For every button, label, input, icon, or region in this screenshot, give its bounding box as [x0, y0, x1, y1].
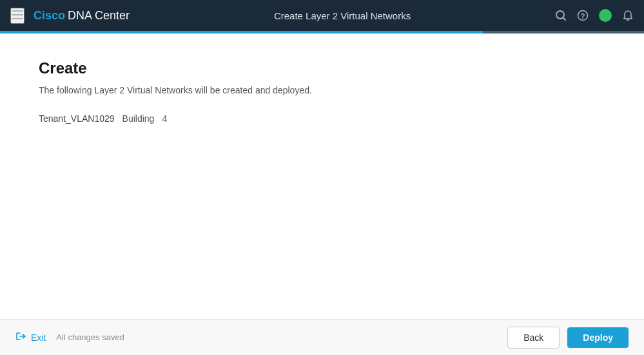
footer-right: Back Deploy: [507, 327, 629, 349]
network-location: Building: [122, 113, 155, 124]
svg-rect-0: [12, 10, 23, 12]
svg-rect-1: [12, 14, 23, 15]
help-button[interactable]: ?: [577, 10, 589, 21]
brand-dna: DNA Center: [68, 9, 130, 23]
autosave-status: All changes saved: [56, 332, 124, 342]
exit-icon: [15, 331, 27, 344]
exit-label: Exit: [31, 332, 46, 343]
search-button[interactable]: [555, 10, 567, 21]
exit-button[interactable]: Exit: [15, 331, 46, 344]
page-subtitle: The following Layer 2 Virtual Networks w…: [39, 85, 605, 95]
footer-left: Exit All changes saved: [15, 331, 124, 344]
svg-text:?: ?: [581, 12, 585, 20]
brand: Cisco DNA Center: [34, 9, 130, 23]
brand-cisco: Cisco: [34, 9, 65, 23]
navbar: Cisco DNA Center Create Layer 2 Virtual …: [0, 0, 644, 31]
status-indicator: [599, 9, 612, 22]
footer: Exit All changes saved Back Deploy: [0, 319, 644, 355]
network-item: Tenant_VLAN1029 Building 4: [39, 111, 605, 126]
notifications-button[interactable]: [622, 10, 634, 21]
menu-button[interactable]: [10, 8, 24, 24]
navbar-actions: ?: [555, 9, 634, 22]
svg-rect-2: [12, 18, 23, 19]
main-content: Create The following Layer 2 Virtual Net…: [0, 34, 644, 319]
page-header-title: Create Layer 2 Virtual Networks: [130, 10, 555, 21]
network-name: Tenant_VLAN1029: [39, 113, 115, 124]
svg-line-4: [563, 18, 566, 21]
page-title: Create: [39, 59, 605, 77]
network-count: 4: [162, 113, 167, 124]
deploy-button[interactable]: Deploy: [567, 327, 629, 348]
back-button[interactable]: Back: [507, 327, 560, 349]
